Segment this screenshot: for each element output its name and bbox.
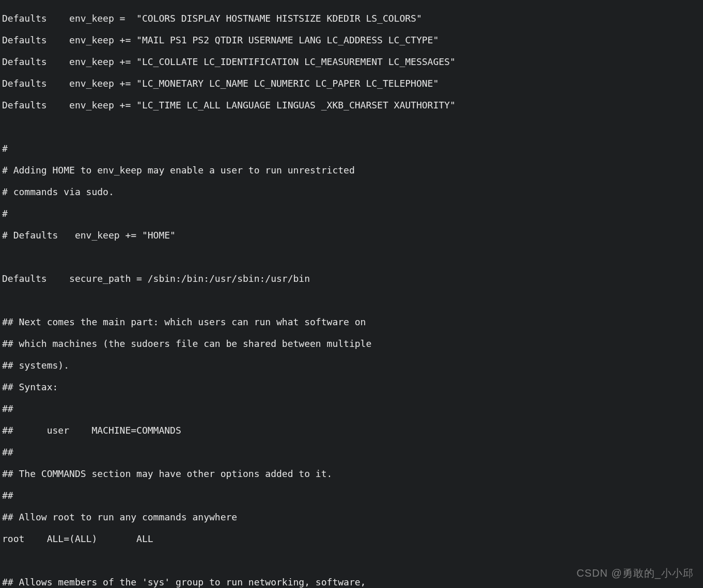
file-line: Defaults env_keep += "MAIL PS1 PS2 QTDIR… bbox=[2, 35, 701, 45]
file-line: ## bbox=[2, 490, 701, 501]
file-line: Defaults env_keep = "COLORS DISPLAY HOST… bbox=[2, 13, 701, 24]
file-line: # Defaults env_keep += "HOME" bbox=[2, 230, 701, 241]
file-line: root ALL=(ALL) ALL bbox=[2, 533, 701, 544]
file-line: ## bbox=[2, 403, 701, 414]
file-line: ## which machines (the sudoers file can … bbox=[2, 338, 701, 349]
file-line: ## Syntax: bbox=[2, 382, 701, 392]
file-line: # bbox=[2, 208, 701, 219]
file-line: ## user MACHINE=COMMANDS bbox=[2, 425, 701, 436]
terminal-output[interactable]: Defaults env_keep = "COLORS DISPLAY HOST… bbox=[0, 0, 703, 588]
file-line: # Adding HOME to env_keep may enable a u… bbox=[2, 165, 701, 176]
file-line: ## bbox=[2, 447, 701, 457]
file-line: Defaults env_keep += "LC_TIME LC_ALL LAN… bbox=[2, 100, 701, 110]
file-line: Defaults env_keep += "LC_MONETARY LC_NAM… bbox=[2, 78, 701, 89]
file-line: # bbox=[2, 143, 701, 154]
file-line: ## Allow root to run any commands anywhe… bbox=[2, 512, 701, 522]
file-line: ## The COMMANDS section may have other o… bbox=[2, 468, 701, 479]
file-line: Defaults secure_path = /sbin:/bin:/usr/s… bbox=[2, 273, 701, 284]
file-line: ## Next comes the main part: which users… bbox=[2, 316, 701, 327]
file-line: # commands via sudo. bbox=[2, 186, 701, 197]
file-line: Defaults env_keep += "LC_COLLATE LC_IDEN… bbox=[2, 56, 701, 67]
file-line: ## systems). bbox=[2, 360, 701, 371]
watermark-text: CSDN @勇敢的_小小邱 bbox=[576, 568, 694, 579]
